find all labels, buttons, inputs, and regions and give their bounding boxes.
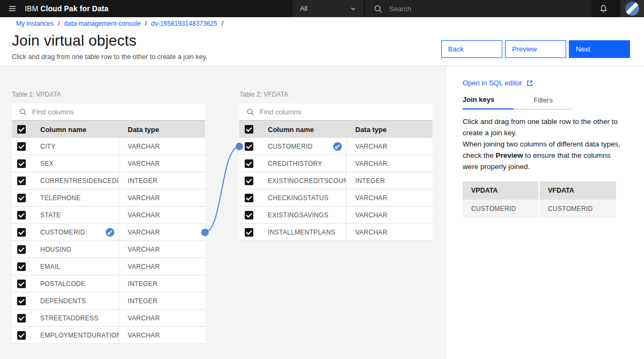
row-checkbox[interactable] xyxy=(17,297,26,305)
data-type-cell: VARCHAR xyxy=(347,194,433,202)
row-checkbox[interactable] xyxy=(17,331,26,340)
column-name-cell: CITY xyxy=(40,138,119,155)
row-checkbox-cell xyxy=(12,297,40,305)
row-checkbox[interactable] xyxy=(245,142,253,151)
header-checkbox-cell xyxy=(12,125,40,134)
data-type-cell: VARCHAR xyxy=(119,211,205,219)
row-checkbox-cell xyxy=(12,177,40,185)
row-checkbox[interactable] xyxy=(245,211,253,219)
row-checkbox[interactable] xyxy=(17,142,26,151)
table-row[interactable]: TELEPHONEVARCHAR xyxy=(12,189,205,207)
table-row[interactable]: EXISTINGSAVINGSVARCHAR xyxy=(239,207,433,224)
table-row[interactable]: STATEVARCHAR xyxy=(12,207,205,224)
row-checkbox-cell xyxy=(12,228,40,237)
join-keys-header-vpdata: VPDATA xyxy=(463,181,539,200)
join-connection-line xyxy=(205,146,239,232)
next-button[interactable]: Next xyxy=(569,40,630,58)
column-name-cell: HOUSING xyxy=(40,241,119,258)
table-row[interactable]: CHECKINGSTATUSVARCHAR xyxy=(239,189,433,207)
table-row[interactable]: DEPENDENTSINTEGER xyxy=(12,292,205,310)
join-key-right-value: CUSTOMERID xyxy=(539,200,616,218)
row-checkbox[interactable] xyxy=(17,211,26,219)
table-row[interactable]: HOUSINGVARCHAR xyxy=(12,241,205,258)
avatar xyxy=(625,2,639,16)
breadcrumb-my-instances[interactable]: My instances xyxy=(16,20,54,27)
notifications-button[interactable] xyxy=(590,0,616,17)
table-card-vpdata: Table 1: VPDATA Column name Data type CI… xyxy=(12,91,205,344)
table-row[interactable]: POSTALCODEINTEGER xyxy=(12,275,205,292)
row-checkbox-cell xyxy=(239,194,268,202)
table-row[interactable]: SEXVARCHAR xyxy=(12,155,205,172)
table1-body: CITYVARCHARSEXVARCHARCURRENTRESIDENCEDUR… xyxy=(12,138,205,344)
join-key-left-value: CUSTOMERID xyxy=(463,200,539,218)
table-row[interactable]: CUSTOMERIDVARCHAR xyxy=(12,224,205,241)
table-row[interactable]: INSTALLMENTPLANSVARCHAR xyxy=(239,224,433,241)
breadcrumb-data-management-console[interactable]: data-management-console xyxy=(64,20,141,27)
panel-tabs: Join keys Filters xyxy=(463,96,628,109)
global-search-input[interactable] xyxy=(389,5,583,13)
row-checkbox-cell xyxy=(239,159,268,168)
column-name-cell: POSTALCODE xyxy=(40,275,119,292)
row-checkbox[interactable] xyxy=(245,194,253,202)
row-checkbox-cell xyxy=(239,211,268,219)
panel-description: Click and drag from one table row to the… xyxy=(463,116,621,173)
table-row[interactable]: STREETADDRESSVARCHAR xyxy=(12,310,205,327)
column-name-cell: EMPLOYMENTDURATION xyxy=(40,327,119,343)
column-name-cell: SEX xyxy=(40,155,119,172)
search-icon xyxy=(246,108,254,116)
row-checkbox[interactable] xyxy=(245,159,253,168)
row-checkbox[interactable] xyxy=(17,159,26,168)
table2-search xyxy=(239,104,433,121)
row-checkbox[interactable] xyxy=(17,177,26,185)
data-type-cell: VARCHAR xyxy=(347,229,433,236)
column-name-cell: CHECKINGSTATUS xyxy=(268,189,347,206)
row-checkbox[interactable] xyxy=(17,280,26,288)
search-scope-dropdown[interactable]: All xyxy=(292,0,364,17)
user-menu-button[interactable] xyxy=(620,0,644,17)
row-checkbox[interactable] xyxy=(17,228,26,237)
row-checkbox[interactable] xyxy=(17,245,26,254)
table-row[interactable]: CUSTOMERIDVARCHAR xyxy=(239,138,433,155)
breadcrumb-dv-instance[interactable]: dv-1658193148373625 xyxy=(151,20,217,27)
table-row[interactable]: EMAILVARCHAR xyxy=(12,258,205,275)
hamburger-icon xyxy=(8,4,17,13)
join-keys-table-row: CUSTOMERID CUSTOMERID xyxy=(463,200,616,218)
join-key-icon xyxy=(106,228,114,237)
tab-join-keys[interactable]: Join keys xyxy=(463,96,514,109)
column-name-header: Column name xyxy=(268,121,347,138)
select-all-checkbox[interactable] xyxy=(17,125,26,134)
preview-button[interactable]: Preview xyxy=(505,40,566,58)
table1-label: Table 1: VPDATA xyxy=(12,91,205,99)
data-type-cell: INTEGER xyxy=(347,177,433,185)
table-row[interactable]: CURRENTRESIDENCEDURATI...INTEGER xyxy=(12,172,205,189)
main-content: Table 1: VPDATA Column name Data type CI… xyxy=(0,65,644,359)
table-row[interactable]: CREDITHISTORYVARCHAR xyxy=(239,155,433,172)
column-name-cell: TELEPHONE xyxy=(40,189,119,206)
panel-description-line1: Click and drag from one table row to the… xyxy=(463,116,621,139)
table1-find-columns-input[interactable] xyxy=(32,108,198,116)
table-row[interactable]: CITYVARCHAR xyxy=(12,138,205,155)
row-checkbox-cell xyxy=(12,142,40,151)
row-checkbox[interactable] xyxy=(245,177,253,185)
column-name-cell: EXISTINGCREDITSCOUNT xyxy=(268,172,347,189)
table-row[interactable]: EMPLOYMENTDURATIONVARCHAR xyxy=(12,327,205,344)
open-sql-editor-link[interactable]: Open in SQL editor xyxy=(463,79,533,87)
back-button[interactable]: Back xyxy=(441,40,502,58)
tab-filters[interactable]: Filters xyxy=(514,96,573,109)
column-name-cell: CUSTOMERID xyxy=(40,224,119,240)
row-checkbox[interactable] xyxy=(17,262,26,271)
select-all-checkbox[interactable] xyxy=(245,125,253,134)
bell-icon xyxy=(599,4,608,13)
join-keys-table: VPDATA VFDATA CUSTOMERID CUSTOMERID xyxy=(463,181,616,218)
row-checkbox[interactable] xyxy=(17,194,26,202)
table2-find-columns-input[interactable] xyxy=(260,108,426,116)
hamburger-menu-button[interactable] xyxy=(0,0,25,17)
search-icon xyxy=(19,108,27,116)
table-row[interactable]: EXISTINGCREDITSCOUNTINTEGER xyxy=(239,172,433,189)
column-name-cell: STATE xyxy=(40,207,119,223)
row-checkbox[interactable] xyxy=(17,314,26,323)
table1-header-row: Column name Data type xyxy=(12,121,205,138)
row-checkbox[interactable] xyxy=(245,228,253,237)
row-checkbox-cell xyxy=(12,194,40,202)
row-checkbox-cell xyxy=(239,177,268,185)
